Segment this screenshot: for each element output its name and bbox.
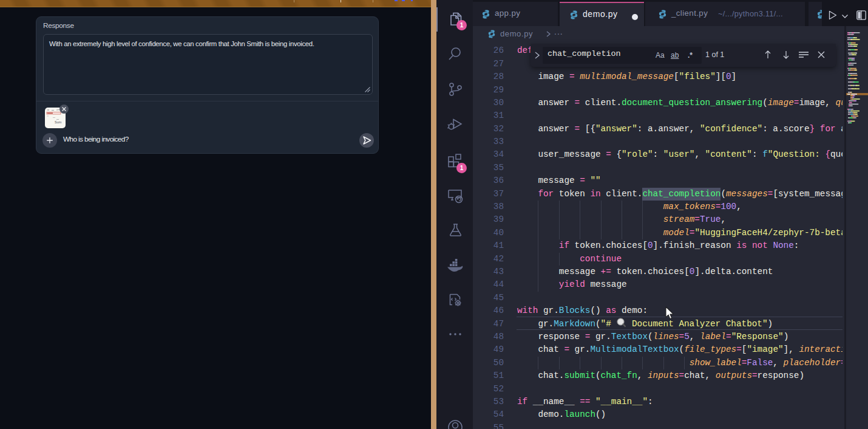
svg-text:Sum: Sum xyxy=(55,120,62,124)
